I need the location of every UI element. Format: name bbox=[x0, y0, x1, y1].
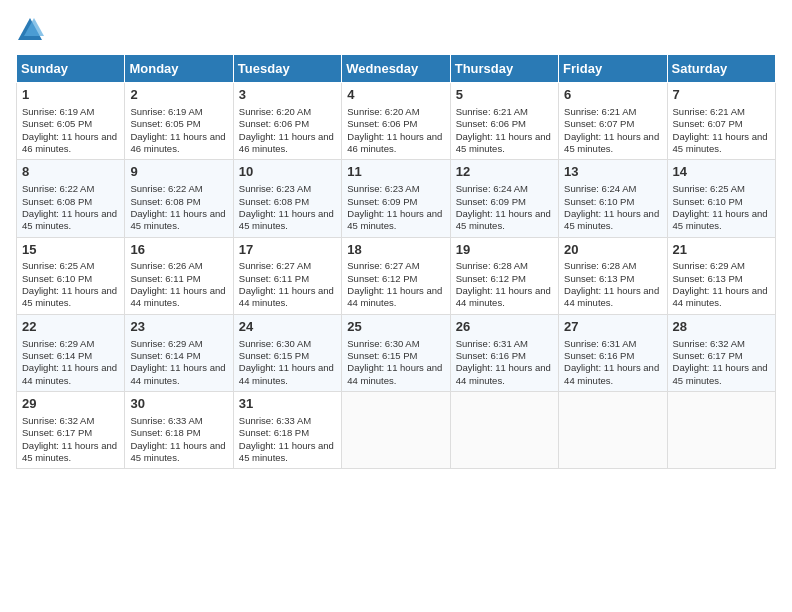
sunset-text: Sunset: 6:05 PM bbox=[130, 118, 200, 129]
day-number: 5 bbox=[456, 87, 553, 104]
sunrise-text: Sunrise: 6:25 AM bbox=[22, 260, 94, 271]
day-number: 27 bbox=[564, 319, 661, 336]
calendar-cell: 18Sunrise: 6:27 AMSunset: 6:12 PMDayligh… bbox=[342, 237, 450, 314]
daylight-text: Daylight: 11 hours and 45 minutes. bbox=[22, 440, 117, 463]
calendar-cell: 12Sunrise: 6:24 AMSunset: 6:09 PMDayligh… bbox=[450, 160, 558, 237]
calendar-dow-wednesday: Wednesday bbox=[342, 55, 450, 83]
daylight-text: Daylight: 11 hours and 44 minutes. bbox=[456, 285, 551, 308]
sunrise-text: Sunrise: 6:24 AM bbox=[456, 183, 528, 194]
sunrise-text: Sunrise: 6:21 AM bbox=[673, 106, 745, 117]
calendar-cell: 28Sunrise: 6:32 AMSunset: 6:17 PMDayligh… bbox=[667, 314, 775, 391]
sunset-text: Sunset: 6:07 PM bbox=[564, 118, 634, 129]
calendar-cell: 25Sunrise: 6:30 AMSunset: 6:15 PMDayligh… bbox=[342, 314, 450, 391]
calendar-week-row: 1Sunrise: 6:19 AMSunset: 6:05 PMDaylight… bbox=[17, 83, 776, 160]
daylight-text: Daylight: 11 hours and 44 minutes. bbox=[239, 285, 334, 308]
sunset-text: Sunset: 6:17 PM bbox=[673, 350, 743, 361]
calendar-cell: 7Sunrise: 6:21 AMSunset: 6:07 PMDaylight… bbox=[667, 83, 775, 160]
sunrise-text: Sunrise: 6:23 AM bbox=[347, 183, 419, 194]
calendar-cell: 29Sunrise: 6:32 AMSunset: 6:17 PMDayligh… bbox=[17, 392, 125, 469]
daylight-text: Daylight: 11 hours and 45 minutes. bbox=[564, 131, 659, 154]
daylight-text: Daylight: 11 hours and 44 minutes. bbox=[347, 285, 442, 308]
sunset-text: Sunset: 6:06 PM bbox=[456, 118, 526, 129]
sunset-text: Sunset: 6:16 PM bbox=[564, 350, 634, 361]
day-number: 10 bbox=[239, 164, 336, 181]
day-number: 16 bbox=[130, 242, 227, 259]
calendar-cell: 30Sunrise: 6:33 AMSunset: 6:18 PMDayligh… bbox=[125, 392, 233, 469]
sunrise-text: Sunrise: 6:29 AM bbox=[22, 338, 94, 349]
day-number: 15 bbox=[22, 242, 119, 259]
calendar-cell bbox=[667, 392, 775, 469]
sunrise-text: Sunrise: 6:21 AM bbox=[456, 106, 528, 117]
sunset-text: Sunset: 6:06 PM bbox=[347, 118, 417, 129]
sunrise-text: Sunrise: 6:31 AM bbox=[564, 338, 636, 349]
calendar-week-row: 8Sunrise: 6:22 AMSunset: 6:08 PMDaylight… bbox=[17, 160, 776, 237]
sunset-text: Sunset: 6:18 PM bbox=[239, 427, 309, 438]
daylight-text: Daylight: 11 hours and 46 minutes. bbox=[130, 131, 225, 154]
calendar-cell: 21Sunrise: 6:29 AMSunset: 6:13 PMDayligh… bbox=[667, 237, 775, 314]
calendar-dow-saturday: Saturday bbox=[667, 55, 775, 83]
sunset-text: Sunset: 6:07 PM bbox=[673, 118, 743, 129]
sunrise-text: Sunrise: 6:21 AM bbox=[564, 106, 636, 117]
page-header bbox=[16, 16, 776, 44]
calendar-table: SundayMondayTuesdayWednesdayThursdayFrid… bbox=[16, 54, 776, 469]
day-number: 8 bbox=[22, 164, 119, 181]
sunset-text: Sunset: 6:14 PM bbox=[130, 350, 200, 361]
day-number: 26 bbox=[456, 319, 553, 336]
calendar-cell: 23Sunrise: 6:29 AMSunset: 6:14 PMDayligh… bbox=[125, 314, 233, 391]
sunrise-text: Sunrise: 6:19 AM bbox=[22, 106, 94, 117]
sunrise-text: Sunrise: 6:30 AM bbox=[239, 338, 311, 349]
day-number: 23 bbox=[130, 319, 227, 336]
calendar-cell: 20Sunrise: 6:28 AMSunset: 6:13 PMDayligh… bbox=[559, 237, 667, 314]
sunset-text: Sunset: 6:11 PM bbox=[239, 273, 309, 284]
sunset-text: Sunset: 6:15 PM bbox=[239, 350, 309, 361]
logo-icon bbox=[16, 16, 44, 44]
calendar-cell: 17Sunrise: 6:27 AMSunset: 6:11 PMDayligh… bbox=[233, 237, 341, 314]
daylight-text: Daylight: 11 hours and 44 minutes. bbox=[673, 285, 768, 308]
sunset-text: Sunset: 6:14 PM bbox=[22, 350, 92, 361]
calendar-week-row: 15Sunrise: 6:25 AMSunset: 6:10 PMDayligh… bbox=[17, 237, 776, 314]
daylight-text: Daylight: 11 hours and 45 minutes. bbox=[239, 208, 334, 231]
day-number: 3 bbox=[239, 87, 336, 104]
day-number: 12 bbox=[456, 164, 553, 181]
sunrise-text: Sunrise: 6:28 AM bbox=[564, 260, 636, 271]
daylight-text: Daylight: 11 hours and 44 minutes. bbox=[347, 362, 442, 385]
logo bbox=[16, 16, 46, 44]
daylight-text: Daylight: 11 hours and 44 minutes. bbox=[130, 362, 225, 385]
day-number: 31 bbox=[239, 396, 336, 413]
sunrise-text: Sunrise: 6:23 AM bbox=[239, 183, 311, 194]
sunset-text: Sunset: 6:09 PM bbox=[347, 196, 417, 207]
day-number: 7 bbox=[673, 87, 770, 104]
sunrise-text: Sunrise: 6:31 AM bbox=[456, 338, 528, 349]
day-number: 24 bbox=[239, 319, 336, 336]
sunrise-text: Sunrise: 6:20 AM bbox=[347, 106, 419, 117]
calendar-cell: 27Sunrise: 6:31 AMSunset: 6:16 PMDayligh… bbox=[559, 314, 667, 391]
day-number: 25 bbox=[347, 319, 444, 336]
calendar-week-row: 29Sunrise: 6:32 AMSunset: 6:17 PMDayligh… bbox=[17, 392, 776, 469]
daylight-text: Daylight: 11 hours and 45 minutes. bbox=[130, 440, 225, 463]
day-number: 6 bbox=[564, 87, 661, 104]
daylight-text: Daylight: 11 hours and 46 minutes. bbox=[239, 131, 334, 154]
daylight-text: Daylight: 11 hours and 44 minutes. bbox=[564, 285, 659, 308]
sunrise-text: Sunrise: 6:26 AM bbox=[130, 260, 202, 271]
daylight-text: Daylight: 11 hours and 44 minutes. bbox=[456, 362, 551, 385]
calendar-cell: 9Sunrise: 6:22 AMSunset: 6:08 PMDaylight… bbox=[125, 160, 233, 237]
sunset-text: Sunset: 6:15 PM bbox=[347, 350, 417, 361]
sunrise-text: Sunrise: 6:28 AM bbox=[456, 260, 528, 271]
calendar-cell bbox=[450, 392, 558, 469]
calendar-dow-friday: Friday bbox=[559, 55, 667, 83]
daylight-text: Daylight: 11 hours and 45 minutes. bbox=[22, 208, 117, 231]
calendar-cell: 13Sunrise: 6:24 AMSunset: 6:10 PMDayligh… bbox=[559, 160, 667, 237]
calendar-cell: 11Sunrise: 6:23 AMSunset: 6:09 PMDayligh… bbox=[342, 160, 450, 237]
sunset-text: Sunset: 6:13 PM bbox=[564, 273, 634, 284]
day-number: 30 bbox=[130, 396, 227, 413]
daylight-text: Daylight: 11 hours and 44 minutes. bbox=[564, 362, 659, 385]
sunset-text: Sunset: 6:08 PM bbox=[239, 196, 309, 207]
daylight-text: Daylight: 11 hours and 45 minutes. bbox=[456, 208, 551, 231]
daylight-text: Daylight: 11 hours and 45 minutes. bbox=[456, 131, 551, 154]
sunset-text: Sunset: 6:05 PM bbox=[22, 118, 92, 129]
day-number: 14 bbox=[673, 164, 770, 181]
sunrise-text: Sunrise: 6:22 AM bbox=[22, 183, 94, 194]
day-number: 2 bbox=[130, 87, 227, 104]
sunset-text: Sunset: 6:08 PM bbox=[22, 196, 92, 207]
sunset-text: Sunset: 6:10 PM bbox=[22, 273, 92, 284]
